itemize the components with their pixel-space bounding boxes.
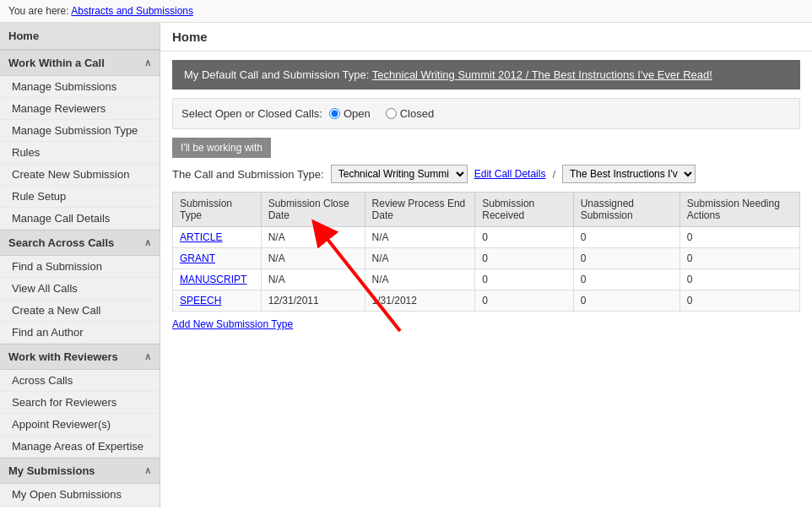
working-with-section: I'll be working with The Call and Submis…	[172, 138, 800, 183]
table-row: MANUSCRIPT N/A N/A 0 0 0	[173, 269, 800, 290]
col-submission-type: Submission Type	[173, 193, 262, 227]
sidebar-item-create-new-submission[interactable]: Create New Submission	[0, 164, 160, 186]
open-closed-label: Select Open or Closed Calls:	[181, 107, 322, 120]
default-call-banner: My Default Call and Submission Type: Tec…	[172, 60, 800, 90]
cell-close-date: N/A	[261, 269, 365, 290]
sidebar-home[interactable]: Home	[0, 23, 160, 50]
cell-received: 0	[475, 248, 573, 269]
breadcrumb: You are here: Abstracts and Submissions	[0, 0, 812, 23]
cell-received: 0	[475, 269, 573, 290]
chevron-up-icon: ∧	[144, 57, 151, 68]
table-row: SPEECH 12/31/2011 1/31/2012 0 0 0	[173, 290, 800, 312]
radio-open-input[interactable]	[329, 108, 340, 119]
type-link[interactable]: GRANT	[180, 252, 215, 264]
table-section: Submission Type Submission Close Date Re…	[172, 192, 800, 330]
section-label: Work Within a Call	[8, 57, 105, 69]
cell-type: ARTICLE	[173, 227, 262, 248]
section-label: Search Across Calls	[8, 236, 114, 249]
radio-open[interactable]: Open	[329, 107, 371, 120]
cell-review-end: N/A	[365, 248, 475, 269]
working-with-button[interactable]: I'll be working with	[172, 138, 271, 158]
radio-closed-input[interactable]	[386, 108, 397, 119]
cell-unassigned: 0	[573, 269, 679, 290]
table-row: GRANT N/A N/A 0 0 0	[173, 248, 800, 269]
edit-call-details-link[interactable]: Edit Call Details	[474, 168, 546, 180]
submission-type-select[interactable]: The Best Instructions I'v	[562, 165, 696, 183]
cell-type: MANUSCRIPT	[173, 269, 262, 290]
cell-unassigned: 0	[573, 227, 679, 248]
chevron-up-icon: ∧	[144, 465, 151, 476]
breadcrumb-link[interactable]: Abstracts and Submissions	[71, 5, 193, 17]
call-select[interactable]: Technical Writing Summi	[331, 165, 468, 183]
cell-close-date: N/A	[261, 227, 365, 248]
type-link[interactable]: MANUSCRIPT	[180, 274, 246, 285]
col-close-date: Submission Close Date	[261, 193, 365, 227]
cell-needing-actions: 0	[679, 227, 799, 248]
radio-group: Open Closed	[329, 107, 439, 120]
sidebar-item-search-for-reviewers[interactable]: Search for Reviewers	[0, 392, 160, 414]
sidebar-item-manage-call-details[interactable]: Manage Call Details	[0, 208, 160, 230]
page-title: Home	[160, 23, 812, 52]
sidebar-item-rule-setup[interactable]: Rule Setup	[0, 186, 160, 208]
col-review-end: Review Process End Date	[365, 193, 475, 227]
cell-needing-actions: 0	[679, 269, 799, 290]
slash-separator: /	[552, 168, 555, 181]
sidebar-item-manage-areas-of-expertise[interactable]: Manage Areas of Expertise	[0, 436, 160, 458]
cell-close-date: N/A	[261, 248, 365, 269]
cell-close-date: 12/31/2011	[261, 290, 365, 312]
call-label: The Call and Submission Type:	[172, 168, 324, 181]
sidebar-item-across-calls[interactable]: Across Calls	[0, 370, 160, 392]
sidebar-section-work-with-reviewers[interactable]: Work with Reviewers ∧	[0, 344, 160, 370]
sidebar-item-create-a-new-call[interactable]: Create a New Call	[0, 300, 160, 322]
cell-type: SPEECH	[173, 290, 262, 312]
cell-review-end: 1/31/2012	[365, 290, 475, 312]
sidebar-item-my-closed-submissions[interactable]: My Closed Submissions	[0, 506, 160, 507]
sidebar-item-manage-reviewers[interactable]: Manage Reviewers	[0, 98, 160, 120]
cell-received: 0	[475, 290, 573, 312]
banner-prefix: My Default Call and Submission Type:	[184, 68, 369, 81]
sidebar-item-find-an-author[interactable]: Find an Author	[0, 322, 160, 344]
chevron-up-icon: ∧	[144, 351, 151, 362]
call-selector-row: The Call and Submission Type: Technical …	[172, 165, 800, 183]
sidebar-section-work-within-call[interactable]: Work Within a Call ∧	[0, 50, 160, 76]
breadcrumb-prefix: You are here:	[8, 5, 69, 17]
radio-closed[interactable]: Closed	[386, 107, 434, 120]
sidebar-item-view-all-calls[interactable]: View All Calls	[0, 278, 160, 300]
open-closed-section: Select Open or Closed Calls: Open Closed	[172, 98, 800, 129]
col-needing-actions: Submission Needing Actions	[679, 193, 799, 227]
main-content: Home My Default Call and Submission Type…	[160, 23, 812, 507]
sidebar-section-search-across-calls[interactable]: Search Across Calls ∧	[0, 230, 160, 256]
sidebar-item-appoint-reviewers[interactable]: Appoint Reviewer(s)	[0, 414, 160, 436]
cell-unassigned: 0	[573, 290, 679, 312]
sidebar-item-manage-submission-type[interactable]: Manage Submission Type	[0, 120, 160, 142]
sidebar: Home Work Within a Call ∧ Manage Submiss…	[0, 23, 160, 507]
banner-link[interactable]: Technical Writing Summit 2012 / The Best…	[372, 68, 712, 81]
col-received: Submission Received	[475, 193, 573, 227]
col-unassigned: Unassigned Submission	[573, 193, 679, 227]
cell-review-end: N/A	[365, 227, 475, 248]
cell-needing-actions: 0	[679, 248, 799, 269]
cell-review-end: N/A	[365, 269, 475, 290]
type-link[interactable]: ARTICLE	[180, 231, 222, 243]
add-new-submission-type-link[interactable]: Add New Submission Type	[172, 318, 293, 330]
sidebar-item-manage-submissions[interactable]: Manage Submissions	[0, 76, 160, 98]
submissions-table: Submission Type Submission Close Date Re…	[172, 192, 800, 312]
sidebar-item-my-open-submissions[interactable]: My Open Submissions	[0, 484, 160, 506]
sidebar-section-my-submissions[interactable]: My Submissions ∧	[0, 458, 160, 484]
cell-type: GRANT	[173, 248, 262, 269]
cell-received: 0	[475, 227, 573, 248]
type-link[interactable]: SPEECH	[180, 295, 221, 307]
sidebar-item-find-a-submission[interactable]: Find a Submission	[0, 256, 160, 278]
sidebar-item-rules[interactable]: Rules	[0, 142, 160, 164]
section-label: My Submissions	[8, 464, 95, 477]
cell-needing-actions: 0	[679, 290, 799, 312]
chevron-up-icon: ∧	[144, 237, 151, 248]
cell-unassigned: 0	[573, 248, 679, 269]
table-row: ARTICLE N/A N/A 0 0 0	[173, 227, 800, 248]
section-label: Work with Reviewers	[8, 350, 118, 363]
